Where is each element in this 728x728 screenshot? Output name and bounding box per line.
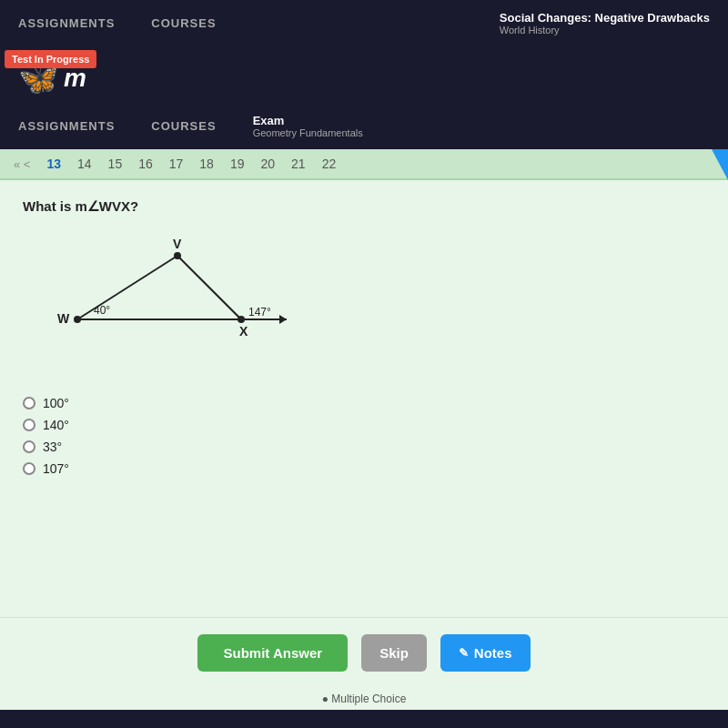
radio-33[interactable] [23,440,35,453]
diagram-svg: W V X 40° 147° [32,228,323,374]
choice-100[interactable]: 100° [23,396,705,410]
answer-choices: 100° 140° 33° 107° [23,396,705,476]
svg-point-4 [74,316,81,323]
notes-label: Notes [474,645,512,661]
top-course-title: Social Changes: Negative Drawbacks [500,11,710,25]
svg-text:V: V [173,237,182,251]
geometry-diagram: W V X 40° 147° [32,228,705,378]
radio-140[interactable] [23,419,35,431]
page-19[interactable]: 19 [230,157,245,171]
top-nav-assignments[interactable]: ASSIGNMENTS [18,16,115,30]
svg-text:W: W [57,311,70,326]
notes-icon: ✎ [459,646,469,660]
second-nav-courses[interactable]: COURSES [151,119,216,133]
hint-text: ● Multiple Choice [322,693,407,705]
pagination-indicator [712,149,728,180]
question-text: What is m∠WVX? [23,198,705,215]
page-15[interactable]: 15 [108,157,123,171]
radio-100[interactable] [23,397,35,410]
top-nav-courses[interactable]: COURSES [151,16,216,30]
page-20[interactable]: 20 [260,157,275,171]
pagination-bar: « < 13 14 15 16 17 18 19 20 21 22 [0,149,728,180]
top-nav-links: ASSIGNMENTS COURSES [18,16,217,30]
page-17[interactable]: 17 [169,157,184,171]
choice-140[interactable]: 140° [23,418,705,432]
top-course-subtitle: World History [500,25,710,35]
choice-33-label: 33° [43,440,62,454]
question-area: What is m∠WVX? W [0,180,728,617]
page-16[interactable]: 16 [138,157,153,171]
choice-33[interactable]: 33° [23,440,705,454]
action-bar: Submit Answer Skip ✎ Notes [0,617,728,688]
svg-text:147°: 147° [248,306,271,318]
top-navigation: ASSIGNMENTS COURSES Social Changes: Nega… [0,0,728,46]
choice-107-label: 107° [43,461,69,476]
page-14[interactable]: 14 [77,157,92,171]
svg-marker-1 [279,315,287,324]
svg-line-3 [177,256,241,319]
choice-140-label: 140° [43,418,69,432]
svg-point-6 [238,316,245,323]
second-navigation: ASSIGNMENTS COURSES Exam Geometry Fundam… [0,106,728,149]
page-18[interactable]: 18 [199,157,214,171]
page-22[interactable]: 22 [322,157,337,171]
bottom-hint: ● Multiple Choice [0,688,728,710]
second-nav-assignments[interactable]: ASSIGNMENTS [18,119,115,133]
skip-button[interactable]: Skip [361,634,427,672]
submit-answer-button[interactable]: Submit Answer [197,634,348,672]
notes-button[interactable]: ✎ Notes [440,634,531,672]
svg-point-5 [174,252,181,259]
radio-107[interactable] [23,462,35,475]
exam-subtitle: Geometry Fundamentals [253,127,363,138]
choice-100-label: 100° [43,396,69,410]
logo-area: 🦋 m [0,46,728,106]
svg-text:40°: 40° [94,304,110,317]
choice-107[interactable]: 107° [23,461,705,476]
page-21[interactable]: 21 [291,157,306,171]
exam-label: Exam [253,114,363,127]
pagination-back-arrows[interactable]: « < [14,157,30,171]
svg-line-2 [77,256,177,319]
exam-info: Exam Geometry Fundamentals [253,114,363,138]
page-13[interactable]: 13 [46,157,61,171]
top-nav-course-info: Social Changes: Negative Drawbacks World… [500,11,710,35]
test-in-progress-badge: Test In Progress [5,50,96,68]
svg-text:X: X [239,324,248,339]
